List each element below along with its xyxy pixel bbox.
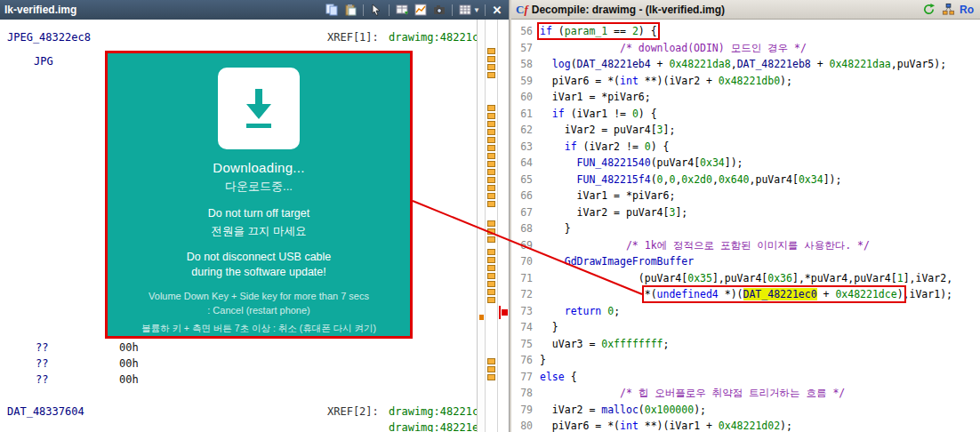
change-bar-marker[interactable]: [487, 56, 495, 62]
code-token[interactable]: iVar2: [669, 75, 700, 87]
code-token[interactable]: /* download(ODIN) 모드인 경우 */: [620, 42, 807, 54]
code-token[interactable]: }: [540, 354, 546, 366]
code-token[interactable]: );: [934, 58, 946, 70]
cursor-marker[interactable]: [502, 309, 508, 316]
code-token[interactable]: DAT_48221eb4: [577, 58, 651, 70]
code-token[interactable]: ,: [946, 272, 952, 284]
code-line[interactable]: 62 iVar2 = puVar4[3];: [511, 122, 980, 139]
datatype-jpg[interactable]: JPG: [34, 55, 53, 68]
code-token[interactable]: iVar1: [910, 288, 941, 300]
code-token[interactable]: puVar4: [626, 206, 663, 219]
change-bar-marker[interactable]: [487, 257, 495, 263]
code-token[interactable]: 2: [632, 25, 639, 37]
change-bar-marker[interactable]: [487, 129, 495, 135]
code-token[interactable]: (: [565, 108, 577, 120]
listing-row-jpeg[interactable]: JPEG_48322ec8 XREF[1]: drawimg:48221c: [0, 31, 477, 45]
change-bar-marker[interactable]: [487, 137, 495, 143]
code-token[interactable]: {: [565, 371, 577, 383]
code-token[interactable]: (: [639, 272, 645, 284]
code-token[interactable]: int: [620, 420, 639, 432]
code-token[interactable]: piVar6: [607, 91, 645, 103]
code-token[interactable]: DAT_48221ec0: [743, 288, 817, 300]
label-jpeg[interactable]: JPEG_48322ec8: [7, 31, 91, 44]
code-token[interactable]: (: [639, 404, 645, 416]
change-bar-marker[interactable]: [487, 228, 495, 235]
code-token[interactable]: ) {: [639, 25, 657, 37]
code-line[interactable]: 79 iVar2 = malloc(0x100000);: [511, 402, 980, 419]
byte-row[interactable]: ?? 00h: [0, 373, 477, 388]
code-line[interactable]: 73 return 0;: [511, 303, 980, 320]
code-token[interactable]: );: [694, 404, 706, 416]
xref-target[interactable]: drawimg:48221c: [389, 405, 478, 418]
code-token[interactable]: puVar5: [897, 58, 935, 70]
code-line[interactable]: 75 uVar3 = 0xffffffff;: [511, 336, 980, 353]
undefined-mnemonic[interactable]: ??: [36, 373, 48, 386]
code-token[interactable]: (: [577, 140, 590, 153]
change-bar-marker[interactable]: [487, 48, 495, 54]
code-token[interactable]: ) {: [651, 140, 670, 153]
change-bar-marker[interactable]: [487, 72, 495, 78]
code-token[interactable]: iVar2: [565, 124, 596, 136]
code-token[interactable]: iVar2: [916, 272, 947, 284]
code-token[interactable]: );: [780, 420, 792, 432]
code-token[interactable]: if: [552, 108, 565, 120]
code-token[interactable]: return: [565, 305, 602, 317]
code-token[interactable]: +: [817, 288, 836, 300]
change-bar-marker[interactable]: [487, 64, 495, 70]
listing-view[interactable]: JPEG_48322ec8 XREF[1]: drawimg:48221c JP…: [0, 20, 477, 432]
code-token[interactable]: iVar1: [552, 91, 583, 103]
code-line[interactable]: 61 if (iVar1 != 0) {: [511, 106, 980, 123]
code-line[interactable]: 77else {: [511, 369, 980, 386]
code-token[interactable]: ,: [731, 58, 737, 70]
code-token[interactable]: puVar4: [755, 173, 792, 186]
code-line[interactable]: 69 /* 1k에 정적으로 포함된 이미지를 사용한다. */: [511, 237, 980, 254]
code-line[interactable]: 78 /* 힙 오버플로우 취약점 트리거하는 흐름 */: [511, 385, 980, 402]
code-token[interactable]: = *(: [589, 420, 620, 432]
code-token[interactable]: 0x48221da8: [669, 58, 730, 70]
code-token[interactable]: 0x48221daa: [830, 58, 891, 70]
code-line[interactable]: 74 }: [511, 319, 980, 336]
change-bar-marker[interactable]: [487, 281, 495, 287]
code-token[interactable]: iVar2: [552, 404, 583, 416]
code-token[interactable]: iVar1: [577, 189, 608, 202]
listing-row-dat-cont[interactable]: drawimg:48221e: [0, 421, 477, 432]
code-token[interactable]: 0x48221db0: [719, 75, 780, 87]
copy-icon[interactable]: [324, 3, 340, 17]
code-token[interactable]: ]);: [725, 156, 743, 169]
code-token[interactable]: 0: [632, 108, 639, 120]
change-bar-marker[interactable]: [487, 366, 495, 372]
decompiler-code[interactable]: 56if (param_1 == 2) {57 /* download(ODIN…: [511, 20, 980, 432]
code-token[interactable]: 0xffffffff: [601, 338, 663, 350]
code-line[interactable]: 72 *(undefined4 *)(DAT_48221ec0 + 0x4822…: [511, 286, 980, 303]
code-token[interactable]: (: [651, 173, 657, 186]
code-token[interactable]: 1: [897, 272, 904, 284]
code-token[interactable]: /* 1k에 정적으로 포함된 이미지를 사용한다. */: [626, 239, 870, 252]
code-token[interactable]: }: [552, 321, 558, 333]
code-line[interactable]: 71 (puVar4[0x35],puVar4[0x36],*puVar4,pu…: [511, 270, 980, 287]
change-bar-marker[interactable]: [487, 265, 495, 271]
code-token[interactable]: puVar4: [614, 124, 651, 136]
refresh-icon[interactable]: [920, 3, 936, 17]
xref-target[interactable]: drawimg:48221c: [389, 31, 478, 44]
code-line[interactable]: 57 /* download(ODIN) 모드인 경우 */: [511, 40, 980, 57]
code-token[interactable]: (: [571, 58, 577, 70]
code-token[interactable]: **)(: [639, 420, 670, 432]
code-token[interactable]: 0x36: [767, 272, 792, 284]
code-token[interactable]: iVar2: [589, 140, 620, 153]
code-token[interactable]: [: [792, 173, 799, 186]
code-token[interactable]: ],: [904, 272, 916, 284]
change-bar-marker[interactable]: [487, 273, 495, 279]
code-token[interactable]: 0: [645, 140, 651, 153]
change-bar-marker[interactable]: [487, 193, 495, 199]
code-token[interactable]: 0x48221dce: [835, 288, 896, 300]
code-token[interactable]: 0x2d0: [681, 173, 712, 186]
code-token[interactable]: FUN_482215f4: [577, 173, 651, 186]
code-token[interactable]: ): [897, 288, 904, 300]
code-line[interactable]: 67 iVar2 = puVar4[3];: [511, 204, 980, 221]
code-token[interactable]: 0x640: [719, 173, 750, 186]
code-line[interactable]: 64 FUN_48221540(puVar4[0x34]);: [511, 155, 980, 172]
listing-row-dat[interactable]: DAT_48337604 XREF[2]: drawimg:48221c: [0, 405, 477, 420]
undefined-mnemonic[interactable]: ??: [36, 357, 48, 370]
code-token[interactable]: ;: [645, 91, 651, 103]
change-bar-marker[interactable]: [487, 177, 495, 183]
